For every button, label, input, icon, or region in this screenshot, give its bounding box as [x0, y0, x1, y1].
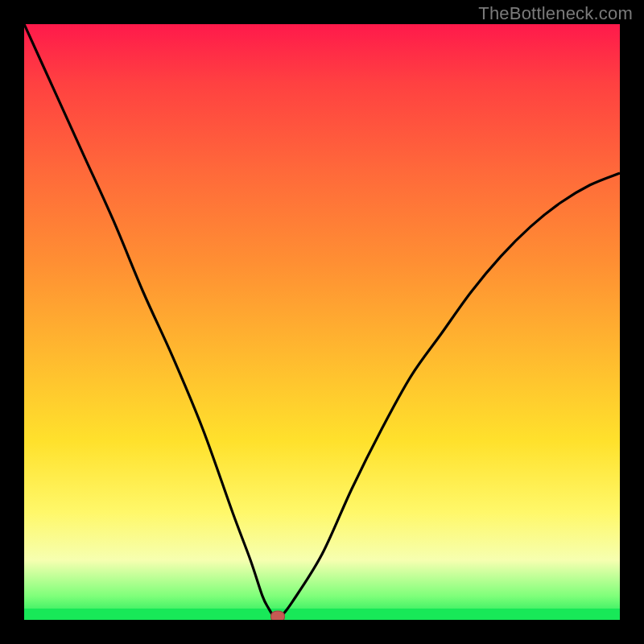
plot-area	[24, 24, 620, 620]
watermark-text: TheBottleneck.com	[478, 3, 633, 24]
chart-frame: TheBottleneck.com	[0, 0, 644, 644]
optimal-point-marker	[270, 611, 285, 620]
bottleneck-curve	[24, 24, 620, 620]
curve-path	[24, 24, 620, 618]
